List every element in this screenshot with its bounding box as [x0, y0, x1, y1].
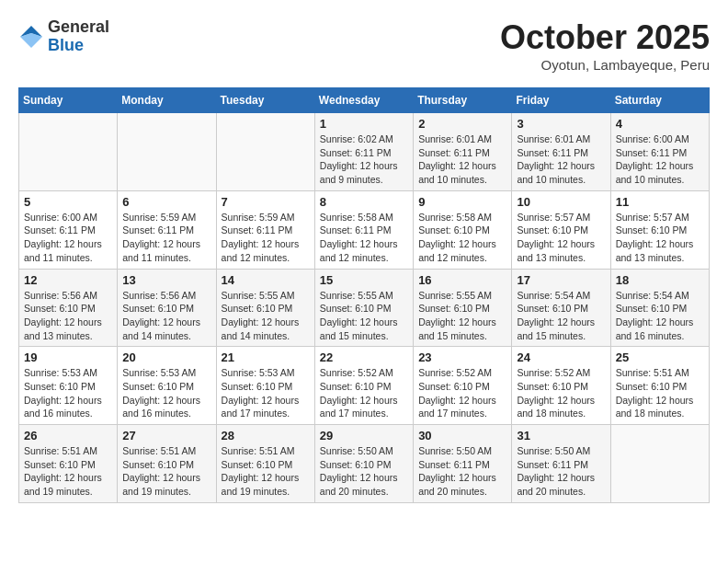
calendar-cell: 18Sunrise: 5:54 AMSunset: 6:10 PMDayligh… — [610, 269, 709, 347]
calendar-cell: 31Sunrise: 5:50 AMSunset: 6:11 PMDayligh… — [512, 425, 610, 503]
location-title: Oyotun, Lambayeque, Peru — [500, 57, 710, 73]
day-number: 29 — [320, 429, 408, 442]
calendar-cell: 7Sunrise: 5:59 AMSunset: 6:11 PMDaylight… — [216, 190, 314, 269]
day-number: 28 — [222, 429, 310, 442]
calendar-cell: 1Sunrise: 6:02 AMSunset: 6:11 PMDaylight… — [314, 113, 413, 191]
day-number: 6 — [122, 195, 210, 209]
day-info: Sunrise: 5:52 AMSunset: 6:10 PMDaylight:… — [517, 366, 605, 420]
day-number: 13 — [122, 273, 210, 287]
calendar-cell: 11Sunrise: 5:57 AMSunset: 6:10 PMDayligh… — [610, 190, 709, 269]
day-number: 14 — [222, 273, 310, 287]
day-info: Sunrise: 5:55 AMSunset: 6:10 PMDaylight:… — [418, 289, 506, 343]
day-info: Sunrise: 5:50 AMSunset: 6:11 PMDaylight:… — [517, 444, 605, 499]
day-number: 4 — [616, 117, 704, 131]
weekday-header-thursday: Thursday — [414, 88, 512, 113]
calendar-week-row: 12Sunrise: 5:56 AMSunset: 6:10 PMDayligh… — [19, 269, 710, 347]
day-info: Sunrise: 5:52 AMSunset: 6:10 PMDaylight:… — [320, 366, 408, 420]
day-info: Sunrise: 5:53 AMSunset: 6:10 PMDaylight:… — [222, 366, 310, 420]
weekday-header-tuesday: Tuesday — [216, 88, 314, 113]
day-number: 2 — [418, 117, 506, 131]
calendar-cell: 28Sunrise: 5:51 AMSunset: 6:10 PMDayligh… — [216, 425, 314, 503]
day-info: Sunrise: 5:54 AMSunset: 6:10 PMDaylight:… — [517, 289, 605, 343]
day-info: Sunrise: 5:59 AMSunset: 6:11 PMDaylight:… — [122, 211, 210, 265]
calendar-cell: 3Sunrise: 6:01 AMSunset: 6:11 PMDaylight… — [512, 113, 610, 191]
day-info: Sunrise: 6:01 AMSunset: 6:11 PMDaylight:… — [418, 132, 506, 187]
weekday-header-monday: Monday — [118, 88, 216, 113]
calendar-cell: 10Sunrise: 5:57 AMSunset: 6:10 PMDayligh… — [512, 190, 610, 269]
calendar-week-row: 26Sunrise: 5:51 AMSunset: 6:10 PMDayligh… — [19, 425, 710, 503]
calendar-cell: 6Sunrise: 5:59 AMSunset: 6:11 PMDaylight… — [118, 190, 216, 269]
day-info: Sunrise: 6:02 AMSunset: 6:11 PMDaylight:… — [320, 132, 408, 187]
day-info: Sunrise: 5:51 AMSunset: 6:10 PMDaylight:… — [122, 444, 210, 499]
day-number: 11 — [616, 195, 704, 209]
calendar-cell: 9Sunrise: 5:58 AMSunset: 6:10 PMDaylight… — [414, 190, 512, 269]
day-number: 30 — [418, 429, 506, 442]
calendar-cell: 16Sunrise: 5:55 AMSunset: 6:10 PMDayligh… — [414, 269, 512, 347]
day-info: Sunrise: 5:55 AMSunset: 6:10 PMDaylight:… — [222, 289, 310, 343]
day-number: 8 — [320, 195, 408, 209]
calendar-cell — [19, 113, 118, 191]
day-info: Sunrise: 5:58 AMSunset: 6:10 PMDaylight:… — [418, 211, 506, 265]
day-number: 3 — [517, 117, 605, 131]
calendar-cell: 19Sunrise: 5:53 AMSunset: 6:10 PMDayligh… — [19, 347, 118, 425]
day-number: 5 — [24, 195, 112, 209]
day-number: 26 — [24, 429, 112, 442]
day-info: Sunrise: 6:01 AMSunset: 6:11 PMDaylight:… — [517, 132, 605, 187]
day-number: 19 — [24, 350, 112, 364]
day-number: 25 — [616, 350, 704, 364]
page-header: General Blue October 2025 Oyotun, Lambay… — [18, 18, 710, 73]
day-info: Sunrise: 5:53 AMSunset: 6:10 PMDaylight:… — [24, 366, 112, 420]
logo-icon — [18, 24, 44, 50]
day-number: 22 — [320, 350, 408, 364]
weekday-header-saturday: Saturday — [610, 88, 709, 113]
month-title: October 2025 — [500, 18, 710, 57]
calendar-cell: 27Sunrise: 5:51 AMSunset: 6:10 PMDayligh… — [118, 425, 216, 503]
day-info: Sunrise: 5:52 AMSunset: 6:10 PMDaylight:… — [418, 366, 506, 420]
calendar-cell: 2Sunrise: 6:01 AMSunset: 6:11 PMDaylight… — [414, 113, 512, 191]
calendar-cell: 5Sunrise: 6:00 AMSunset: 6:11 PMDaylight… — [19, 190, 118, 269]
day-number: 23 — [418, 350, 506, 364]
logo-blue: Blue — [48, 36, 84, 54]
calendar-cell: 17Sunrise: 5:54 AMSunset: 6:10 PMDayligh… — [512, 269, 610, 347]
day-number: 10 — [517, 195, 605, 209]
weekday-header-friday: Friday — [512, 88, 610, 113]
day-number: 16 — [418, 273, 506, 287]
day-info: Sunrise: 5:53 AMSunset: 6:10 PMDaylight:… — [122, 366, 210, 420]
calendar-cell: 29Sunrise: 5:50 AMSunset: 6:10 PMDayligh… — [314, 425, 413, 503]
calendar-cell: 4Sunrise: 6:00 AMSunset: 6:11 PMDaylight… — [610, 113, 709, 191]
calendar-cell: 8Sunrise: 5:58 AMSunset: 6:11 PMDaylight… — [314, 190, 413, 269]
weekday-header-sunday: Sunday — [19, 88, 118, 113]
day-info: Sunrise: 5:50 AMSunset: 6:11 PMDaylight:… — [418, 444, 506, 499]
day-number: 31 — [517, 429, 605, 442]
day-number: 20 — [122, 350, 210, 364]
calendar-cell: 22Sunrise: 5:52 AMSunset: 6:10 PMDayligh… — [314, 347, 413, 425]
calendar-cell: 12Sunrise: 5:56 AMSunset: 6:10 PMDayligh… — [19, 269, 118, 347]
calendar-cell — [216, 113, 314, 191]
calendar-cell: 20Sunrise: 5:53 AMSunset: 6:10 PMDayligh… — [118, 347, 216, 425]
calendar-cell: 30Sunrise: 5:50 AMSunset: 6:11 PMDayligh… — [414, 425, 512, 503]
calendar-week-row: 19Sunrise: 5:53 AMSunset: 6:10 PMDayligh… — [19, 347, 710, 425]
day-info: Sunrise: 5:50 AMSunset: 6:10 PMDaylight:… — [320, 444, 408, 499]
day-info: Sunrise: 5:55 AMSunset: 6:10 PMDaylight:… — [320, 289, 408, 343]
logo-text: General Blue — [48, 18, 109, 55]
day-info: Sunrise: 5:54 AMSunset: 6:10 PMDaylight:… — [616, 289, 704, 343]
calendar-cell: 15Sunrise: 5:55 AMSunset: 6:10 PMDayligh… — [314, 269, 413, 347]
calendar-cell: 25Sunrise: 5:51 AMSunset: 6:10 PMDayligh… — [610, 347, 709, 425]
weekday-header-row: SundayMondayTuesdayWednesdayThursdayFrid… — [19, 88, 710, 113]
calendar-table: SundayMondayTuesdayWednesdayThursdayFrid… — [18, 87, 710, 503]
calendar-cell: 21Sunrise: 5:53 AMSunset: 6:10 PMDayligh… — [216, 347, 314, 425]
day-info: Sunrise: 5:57 AMSunset: 6:10 PMDaylight:… — [616, 211, 704, 265]
calendar-cell: 23Sunrise: 5:52 AMSunset: 6:10 PMDayligh… — [414, 347, 512, 425]
calendar-cell: 13Sunrise: 5:56 AMSunset: 6:10 PMDayligh… — [118, 269, 216, 347]
logo-general: General — [48, 17, 109, 36]
day-number: 21 — [222, 350, 310, 364]
day-number: 17 — [517, 273, 605, 287]
day-number: 7 — [222, 195, 310, 209]
day-info: Sunrise: 5:56 AMSunset: 6:10 PMDaylight:… — [24, 289, 112, 343]
calendar-cell: 26Sunrise: 5:51 AMSunset: 6:10 PMDayligh… — [19, 425, 118, 503]
day-number: 15 — [320, 273, 408, 287]
day-number: 1 — [320, 117, 408, 131]
day-info: Sunrise: 5:59 AMSunset: 6:11 PMDaylight:… — [222, 211, 310, 265]
calendar-cell: 24Sunrise: 5:52 AMSunset: 6:10 PMDayligh… — [512, 347, 610, 425]
day-info: Sunrise: 5:51 AMSunset: 6:10 PMDaylight:… — [24, 444, 112, 499]
